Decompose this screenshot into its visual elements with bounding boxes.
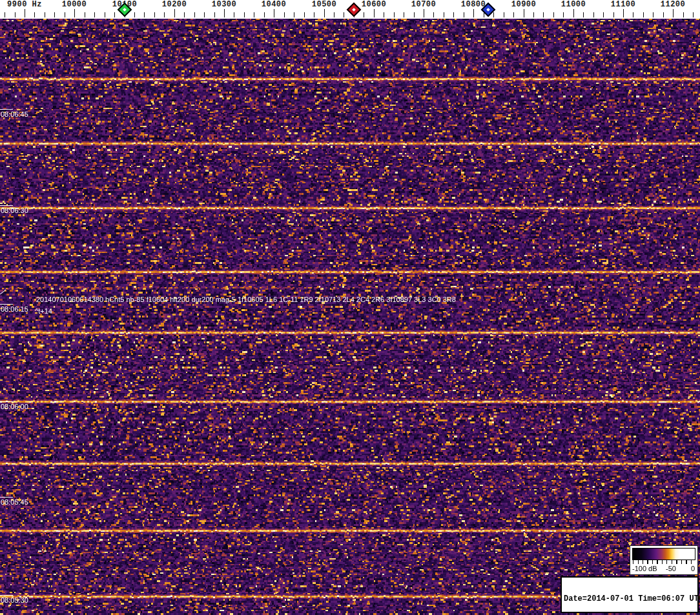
freq-axis-minor-tick (45, 12, 45, 17)
freq-axis-minor-tick (533, 12, 534, 17)
freq-axis-major-tick (623, 9, 624, 17)
freq-axis-minor-tick (693, 12, 694, 17)
legend-label-mid: -50 (666, 565, 676, 572)
color-scale-legend: -100 dB -50 0 (630, 545, 698, 575)
freq-axis-minor-tick (234, 12, 234, 17)
freq-axis-minor-tick (65, 12, 65, 17)
freq-axis-minor-tick (54, 12, 55, 17)
freq-axis-label: 10400 (245, 0, 303, 9)
freq-axis-minor-tick (433, 12, 434, 17)
freq-axis-minor-tick (314, 12, 314, 17)
freq-axis-minor-tick (194, 12, 195, 17)
freq-axis-major-tick (673, 9, 674, 17)
freq-axis-minor-tick (583, 12, 584, 17)
time-axis-label: 08:05:45 (1, 498, 28, 506)
time-axis-tick (0, 109, 13, 110)
event-annotation-text: 20140701060614380 hCnt5 nb-85 f10604 hit… (36, 296, 456, 303)
spectrogram-app-window: 9900 Hz100001010010200103001040010500106… (0, 0, 700, 615)
freq-axis-minor-tick (414, 12, 415, 17)
freq-axis-minor-tick (643, 12, 644, 17)
freq-axis-minor-tick (154, 12, 155, 17)
freq-axis-minor-tick (364, 12, 364, 17)
freq-axis-minor-tick (453, 12, 454, 17)
freq-axis-minor-tick (294, 12, 294, 17)
freq-axis-minor-tick (543, 12, 544, 17)
time-axis-tick (0, 497, 13, 498)
freq-axis-minor-tick (344, 12, 344, 17)
legend-label-min: -100 dB (632, 565, 657, 572)
freq-axis-minor-tick (144, 12, 145, 17)
freq-axis-major-tick (473, 9, 474, 17)
color-scale-gradient-bar (632, 548, 695, 560)
freq-axis-minor-tick (164, 12, 165, 17)
freq-axis-minor-tick (334, 12, 335, 17)
freq-axis-major-tick (25, 9, 25, 17)
freq-axis-minor-tick (264, 12, 265, 17)
freq-axis-minor-tick (513, 12, 514, 17)
freq-axis-minor-tick (254, 12, 254, 17)
marker-center-dot (352, 8, 356, 12)
freq-axis-major-tick (324, 9, 325, 17)
time-axis-tick (0, 304, 13, 305)
freq-axis-label: 10000 (45, 0, 103, 9)
freq-axis-minor-tick (493, 12, 494, 17)
time-axis-tick (0, 205, 13, 206)
freq-axis-minor-tick (593, 12, 594, 17)
freq-axis-minor-tick (214, 12, 215, 17)
freq-axis-minor-tick (603, 12, 604, 17)
freq-axis-minor-tick (114, 12, 115, 17)
time-axis-label: 08:06:45 (1, 110, 28, 118)
freq-axis-minor-tick (304, 12, 305, 17)
freq-axis-minor-tick (384, 12, 384, 17)
freq-axis-minor-tick (284, 12, 285, 17)
freq-axis-minor-tick (5, 12, 5, 17)
freq-axis-minor-tick (105, 12, 105, 17)
freq-axis-minor-tick (244, 12, 245, 17)
freq-axis-major-tick (74, 9, 75, 17)
time-axis-label: 08:06:15 (1, 305, 28, 313)
info-line-date: Date=2014-07-01 Time=06:07 UTC (564, 595, 695, 603)
freq-axis-minor-tick (683, 12, 684, 17)
freq-axis-minor-tick (394, 12, 395, 17)
time-axis-label: 08:05:30 (1, 596, 28, 604)
freq-axis-minor-tick (633, 12, 633, 17)
freq-axis-label: 11200 (644, 0, 700, 9)
time-axis-label: 08:06:00 (1, 403, 28, 410)
freq-axis-minor-tick (15, 12, 15, 17)
freq-axis-minor-tick (404, 12, 404, 17)
freq-axis-minor-tick (464, 12, 464, 17)
freq-axis-minor-tick (134, 12, 135, 17)
freq-axis-minor-tick (613, 12, 614, 17)
freq-axis-major-tick (374, 9, 375, 17)
time-axis-label: 08:06:30 (1, 207, 28, 214)
color-scale-ticks (633, 560, 695, 564)
info-box: Date=2014-07-01 Time=06:07 UTC Freq=143 … (561, 576, 699, 613)
freq-axis-major-tick (174, 9, 175, 17)
freq-axis-minor-tick (663, 12, 664, 17)
freq-axis-minor-tick (85, 12, 85, 17)
freq-axis-major-tick (573, 9, 574, 17)
spectrogram-canvas[interactable] (0, 19, 700, 615)
time-axis-tick (0, 595, 13, 596)
freq-axis-minor-tick (184, 12, 185, 17)
freq-axis-minor-tick (563, 12, 564, 17)
marker-center-dot (486, 8, 490, 12)
freq-axis-major-tick (524, 9, 524, 17)
freq-axis-minor-tick (504, 12, 504, 17)
freq-axis-minor-tick (653, 12, 654, 17)
freq-axis-minor-tick (94, 12, 95, 17)
event-time-marker-label: ^t+14 (35, 307, 52, 315)
marker-center-dot (123, 8, 127, 12)
freq-axis-major-tick (424, 9, 424, 17)
freq-axis-major-tick (274, 9, 274, 17)
time-axis-tick (0, 401, 13, 402)
legend-label-max: 0 (691, 565, 695, 572)
freq-axis-minor-tick (553, 12, 554, 17)
freq-axis-major-tick (224, 9, 225, 17)
frequency-axis: 9900 Hz100001010010200103001040010500106… (0, 0, 700, 19)
freq-axis-minor-tick (444, 12, 444, 17)
freq-axis-minor-tick (34, 12, 35, 17)
freq-axis-minor-tick (204, 12, 205, 17)
